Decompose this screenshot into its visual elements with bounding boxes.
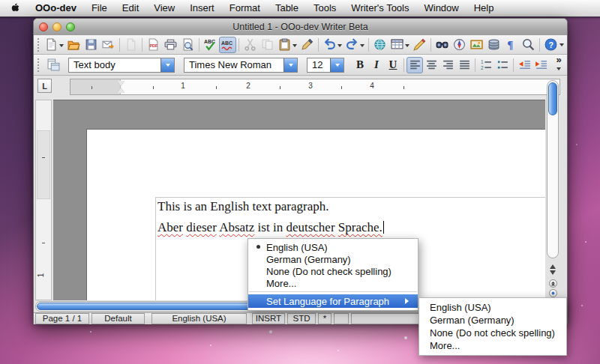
toolbar-separator [238,38,239,52]
submenu-item-none-do-not-check-spelling[interactable]: None (Do not check spelling) [419,327,566,339]
zoom-button[interactable] [520,37,537,53]
print-button[interactable] [162,37,179,53]
scroll-down-button[interactable] [550,270,556,278]
menu-table[interactable]: Table [268,0,306,16]
menu-item-label: German (Germany) [430,315,514,326]
svg-text:1: 1 [481,59,484,64]
bullet-list-button[interactable] [494,57,511,73]
align-left-button[interactable] [406,57,423,73]
word-absatz: Absatz [219,220,254,234]
submenu-item-german-germany[interactable]: German (Germany) [419,314,566,327]
context-menu-item-english-usa[interactable]: English (USA) [248,241,418,253]
status-info-field[interactable] [351,313,422,324]
italic-button[interactable]: I [368,57,385,73]
data-sources-icon [488,38,500,51]
toolbar-separator [513,58,514,72]
submenu-item-more[interactable]: More... [419,339,566,352]
status-page-indicator[interactable]: Page 1 / 1 [35,313,89,324]
bold-button[interactable]: B [352,57,368,73]
clone-formatting-button[interactable] [298,37,316,53]
new-document-button[interactable] [43,37,65,53]
menu-format[interactable]: Format [222,0,268,16]
toolbar-grip[interactable] [38,38,39,52]
page-preview-button[interactable] [179,37,196,53]
align-right-button[interactable] [440,57,456,73]
menu-file[interactable]: File [84,0,115,16]
toolbar-overflow-button[interactable] [560,38,564,52]
menu-edit[interactable]: Edit [115,0,146,16]
paragraph-style-combo[interactable]: Text body [68,58,175,73]
decrease-indent-button[interactable] [516,57,532,73]
font-name-dropdown-button[interactable] [284,58,297,72]
submenu-item-english-usa[interactable]: English (USA) [419,301,566,314]
title-bar[interactable]: Untitled 1 - OOo-dev Writer Beta [34,19,567,36]
paragraph-german[interactable]: Aber dieser Absatz ist in deutscher Spra… [158,219,545,235]
context-menu-item-more[interactable]: More... [248,277,418,289]
styles-window-button[interactable] [45,57,62,73]
menu-insert[interactable]: Insert [182,0,222,16]
menu-writer-s-tools[interactable]: Writer's Tools [344,0,416,16]
vertical-ruler[interactable]: 1 [35,100,52,300]
auto-spellcheck-button[interactable]: ABC [219,37,236,53]
underline-button[interactable]: U [385,57,401,73]
set-language-for-paragraph-item[interactable]: Set Language for Paragraph [248,294,418,308]
gallery-button[interactable] [468,37,485,53]
horizontal-ruler[interactable]: 1234 [70,79,560,95]
hyperlink-button[interactable] [371,37,388,53]
paragraph-style-dropdown-button[interactable] [160,58,174,72]
menu-view[interactable]: View [146,0,182,16]
toolbar-grip[interactable] [38,58,41,72]
previous-page-button[interactable] [549,279,557,288]
ruler-number-1: 1 [181,82,185,90]
undo-button[interactable] [321,37,344,53]
menu-help[interactable]: Help [466,0,502,16]
redo-button[interactable] [344,37,366,53]
menu-ooo-dev[interactable]: OOo-dev [28,0,84,16]
font-size-combo[interactable]: 12 [307,58,344,73]
desktop-speckles [90,331,92,333]
scroll-up-button[interactable] [550,261,556,269]
draw-functions-button[interactable] [411,37,428,53]
cut-button[interactable] [242,37,259,53]
copy-button[interactable] [259,37,276,53]
formatting-overflow-button[interactable]: » [553,55,565,73]
font-size-value: 12 [308,59,330,70]
status-insert-mode[interactable]: INSRT [252,313,285,324]
context-menu-item-german-germany[interactable]: German (Germany) [248,253,418,265]
apple-menu[interactable] [0,2,28,15]
font-name-combo[interactable]: Times New Roman [184,58,298,73]
formatting-marks-button[interactable]: ¶ [502,37,520,53]
status-modified-flag[interactable]: * [318,313,332,324]
menu-window[interactable]: Window [416,0,466,16]
status-signature-field[interactable] [334,313,349,324]
tab-stop-selector[interactable]: L [38,79,52,93]
help-button[interactable]: ? [542,37,560,53]
navigator-button[interactable] [451,37,468,53]
context-menu-item-none-do-not-check-spelling[interactable]: None (Do not check spelling) [248,265,418,277]
open-button[interactable] [65,37,82,53]
spellcheck-button[interactable]: ABC [202,37,219,53]
status-page-style[interactable]: Default [92,313,145,324]
justify-button[interactable] [456,57,472,73]
vertical-scrollbar-thumb[interactable] [548,82,557,115]
font-name-value: Times New Roman [184,59,284,70]
standard-toolbar: PDFABCABC¶? [34,35,567,55]
insert-table-button[interactable] [388,37,411,53]
paste-button[interactable] [276,37,298,53]
edit-file-button[interactable] [122,37,140,53]
status-selection-mode[interactable]: STD [287,313,316,324]
data-sources-button[interactable] [485,37,502,53]
export-pdf-button[interactable]: PDF [145,37,162,53]
align-center-button[interactable] [423,57,440,73]
increase-indent-button[interactable] [532,57,549,73]
email-document-button[interactable] [100,37,117,53]
menu-tools[interactable]: Tools [306,0,344,16]
paragraph-english[interactable]: This is an English text paragraph. [158,198,545,214]
find-replace-button[interactable] [434,37,451,53]
save-button[interactable] [82,37,100,53]
numbered-list-button[interactable]: 12 [478,57,494,73]
navigation-button[interactable] [549,289,557,297]
vertical-scrollbar[interactable] [547,80,559,258]
status-language[interactable]: English (USA) [152,313,247,324]
font-size-dropdown-button[interactable] [330,58,344,72]
